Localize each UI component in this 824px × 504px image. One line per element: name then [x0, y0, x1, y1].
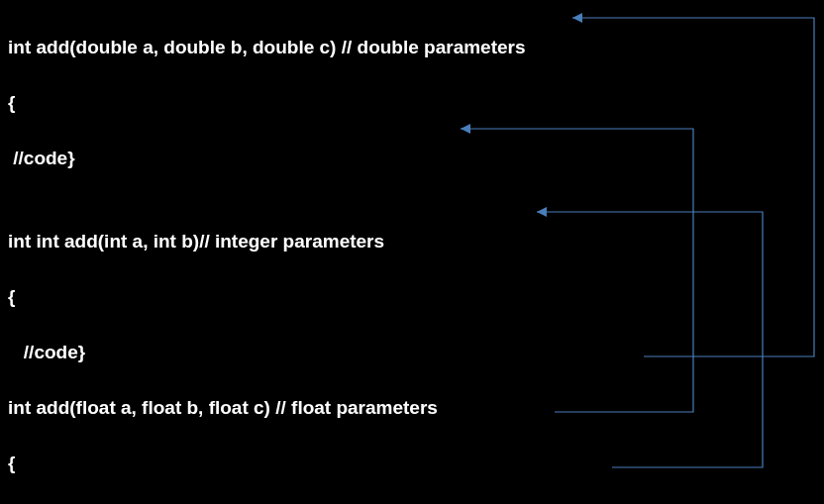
decl-float-sig: int add(float a, float b, float c) — [8, 397, 275, 418]
comment-integer: // integer parameters — [199, 231, 384, 252]
decl-double: int add(double a, double b, double c) //… — [8, 34, 590, 61]
code-diagram: int add(double a, double b, double c) //… — [0, 0, 824, 504]
brace-open-1: { — [8, 89, 590, 117]
code-block: int add(double a, double b, double c) //… — [8, 6, 590, 504]
decl-float: int add(float a, float b, float c) // fl… — [8, 394, 590, 422]
decl-int-b: int add(int a, int b) — [37, 231, 200, 252]
decl-int-a: int — [8, 231, 37, 252]
arrow-call-to-double — [572, 13, 814, 356]
brace-open-2: { — [8, 283, 590, 311]
decl-double-sig: int add(double a, double b, double c) — [8, 37, 342, 57]
comment-float: // float parameters — [275, 397, 438, 418]
brace-open-3: { — [8, 450, 590, 477]
body-2: //code} — [8, 339, 590, 366]
body-1: //code} — [8, 145, 590, 172]
comment-double: // double parameters — [342, 37, 526, 57]
decl-integer: int int add(int a, int b)// integer para… — [8, 228, 590, 255]
